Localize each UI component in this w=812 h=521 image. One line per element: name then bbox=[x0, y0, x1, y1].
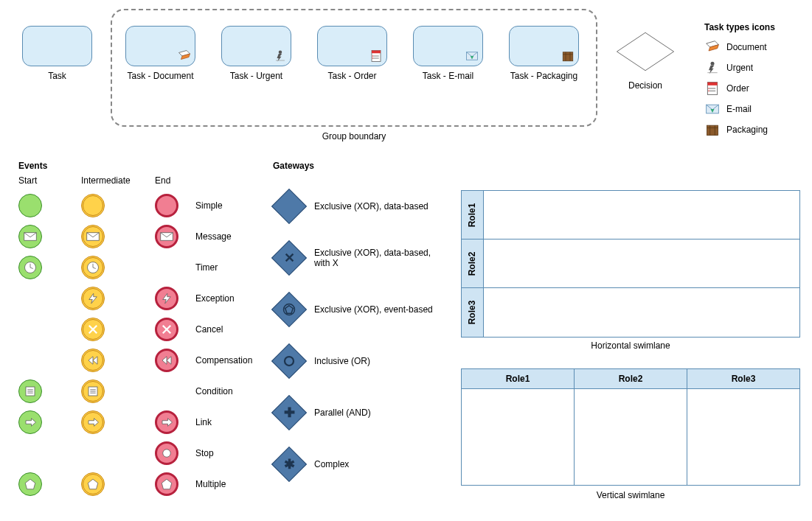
email-icon bbox=[704, 102, 721, 116]
gateway-pentagon[interactable] bbox=[273, 293, 305, 326]
order-icon bbox=[369, 49, 384, 63]
packaging-icon bbox=[561, 49, 575, 63]
decision-caption: Decision bbox=[612, 80, 679, 91]
hlane-role3-body[interactable] bbox=[484, 288, 799, 337]
vlane-role1-body[interactable] bbox=[462, 389, 575, 485]
event-start-multiple[interactable] bbox=[18, 472, 42, 496]
tt-document: Document bbox=[704, 37, 808, 57]
vlane-role3-header: Role3 bbox=[687, 369, 799, 388]
event-start-link[interactable] bbox=[18, 410, 42, 434]
tt-email: E-mail bbox=[704, 99, 808, 119]
event-row-label: Link bbox=[195, 417, 269, 427]
event-start-condition[interactable] bbox=[18, 380, 42, 403]
gateway-label: Inclusive (OR) bbox=[314, 356, 370, 366]
task-document[interactable] bbox=[125, 26, 195, 66]
gateway-asterisk[interactable]: ✱ bbox=[273, 448, 305, 480]
event-row-label: Compensation bbox=[195, 355, 269, 366]
event-row-label: Cancel bbox=[195, 324, 269, 335]
event-intermediate-link[interactable] bbox=[81, 410, 105, 434]
task-types-heading: Task types icons bbox=[704, 22, 808, 32]
tt-packaging: Packaging bbox=[704, 119, 808, 140]
hlane-role2-header: Role2 bbox=[462, 239, 484, 287]
vlane-caption: Vertical swimlane bbox=[461, 490, 800, 500]
event-end-plain[interactable] bbox=[155, 194, 178, 217]
event-row-label: Simple bbox=[195, 200, 269, 211]
gateway-label: Exclusive (XOR), data-based, with X bbox=[314, 248, 440, 268]
vlane-role3-body[interactable] bbox=[687, 389, 799, 485]
order-icon bbox=[704, 81, 721, 96]
svg-marker-31 bbox=[617, 32, 673, 70]
event-row-label: Condition bbox=[195, 386, 269, 396]
vertical-swimlane[interactable]: Role1 Role2 Role3 bbox=[461, 368, 800, 486]
gateway-x[interactable]: ✕ bbox=[273, 242, 305, 274]
document-icon bbox=[704, 40, 721, 55]
tt-email-label: E-mail bbox=[726, 104, 752, 114]
event-end-stop[interactable] bbox=[155, 441, 178, 465]
gateway-label: Parallel (AND) bbox=[314, 408, 371, 418]
event-intermediate-condition[interactable] bbox=[81, 380, 105, 403]
task-document-caption: Task - Document bbox=[125, 71, 195, 81]
event-end-link[interactable] bbox=[155, 410, 178, 434]
task-plain-caption: Task bbox=[22, 71, 92, 81]
task-email[interactable] bbox=[413, 26, 483, 66]
events-col-end: End bbox=[155, 175, 170, 186]
gateways-heading: Gateways bbox=[273, 161, 314, 171]
event-intermediate-timer[interactable] bbox=[81, 256, 105, 279]
tt-order-label: Order bbox=[726, 83, 749, 94]
gateway-label: Exclusive (XOR), data-based bbox=[314, 201, 428, 211]
document-icon bbox=[177, 49, 192, 63]
hlane-role3-header: Role3 bbox=[462, 288, 484, 337]
events-col-start: Start bbox=[18, 175, 37, 186]
task-packaging[interactable] bbox=[509, 26, 579, 66]
svg-marker-33 bbox=[285, 306, 294, 314]
events-heading: Events bbox=[18, 161, 47, 171]
event-end-compensation[interactable] bbox=[155, 349, 178, 372]
decision-diamond[interactable] bbox=[612, 29, 679, 74]
task-email-caption: Task - E-mail bbox=[413, 71, 483, 81]
urgent-icon bbox=[704, 60, 721, 75]
gateway-plus[interactable]: ✚ bbox=[273, 396, 305, 429]
group-boundary-caption: Group boundary bbox=[111, 131, 597, 141]
tt-packaging-label: Packaging bbox=[726, 125, 768, 135]
gateway-circle[interactable] bbox=[273, 345, 305, 377]
event-end-cancel[interactable] bbox=[155, 318, 178, 341]
task-order-caption: Task - Order bbox=[317, 71, 387, 81]
tt-urgent-label: Urgent bbox=[726, 63, 753, 73]
event-intermediate-compensation[interactable] bbox=[81, 349, 105, 372]
hlane-caption: Horizontal swimlane bbox=[461, 340, 800, 351]
packaging-icon bbox=[704, 122, 721, 137]
tt-urgent: Urgent bbox=[704, 57, 808, 78]
email-icon bbox=[465, 49, 479, 63]
hlane-role2-body[interactable] bbox=[484, 239, 799, 287]
svg-point-34 bbox=[285, 357, 294, 366]
task-plain[interactable] bbox=[22, 26, 92, 66]
tt-document-label: Document bbox=[726, 42, 767, 52]
event-end-multiple[interactable] bbox=[155, 472, 178, 496]
event-end-exception[interactable] bbox=[155, 287, 178, 310]
task-order[interactable] bbox=[317, 26, 387, 66]
task-urgent-caption: Task - Urgent bbox=[221, 71, 291, 81]
vlane-role2-body[interactable] bbox=[575, 389, 687, 485]
horizontal-swimlane[interactable]: Role1 Role2 Role3 bbox=[461, 190, 800, 338]
event-row-label: Stop bbox=[195, 448, 269, 458]
events-col-intermediate: Intermediate bbox=[81, 175, 131, 186]
event-intermediate-message[interactable] bbox=[81, 225, 105, 248]
event-row-label: Exception bbox=[195, 293, 269, 304]
event-intermediate-multiple[interactable] bbox=[81, 472, 105, 496]
gateway-label: Complex bbox=[314, 459, 349, 469]
event-row-label: Message bbox=[195, 231, 269, 242]
hlane-role1-body[interactable] bbox=[484, 191, 799, 239]
urgent-icon bbox=[273, 49, 288, 63]
event-start-plain[interactable] bbox=[18, 194, 42, 217]
event-intermediate-plain[interactable] bbox=[81, 194, 105, 217]
event-intermediate-exception[interactable] bbox=[81, 287, 105, 310]
event-start-message[interactable] bbox=[18, 225, 42, 248]
vlane-role1-header: Role1 bbox=[462, 369, 575, 388]
task-urgent[interactable] bbox=[221, 26, 291, 66]
tt-order: Order bbox=[704, 78, 808, 99]
vlane-role2-header: Role2 bbox=[575, 369, 687, 388]
gateway-blank[interactable] bbox=[273, 190, 305, 223]
event-start-timer[interactable] bbox=[18, 256, 42, 279]
event-end-message[interactable] bbox=[155, 225, 178, 248]
event-intermediate-cancel[interactable] bbox=[81, 318, 105, 341]
